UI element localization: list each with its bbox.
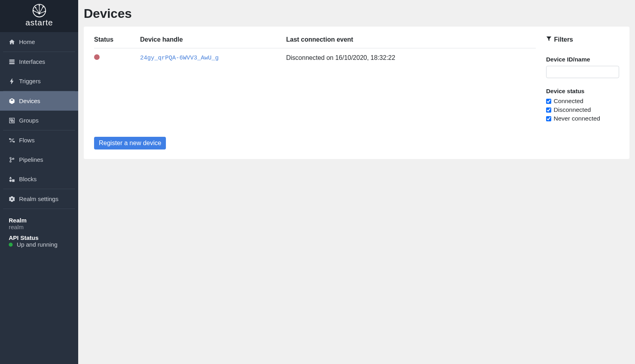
sidebar-item-groups[interactable]: Groups xyxy=(3,111,75,130)
filters-panel: Filters Device ID/name Device status Con… xyxy=(546,36,619,149)
sidebar-item-devices[interactable]: Devices xyxy=(0,91,78,111)
checkbox-connected[interactable] xyxy=(546,99,551,104)
checkbox-never-connected[interactable] xyxy=(546,116,551,121)
device-id-input[interactable] xyxy=(546,66,619,78)
col-status: Status xyxy=(94,36,140,48)
device-handle-link[interactable]: 24gy_qrPQA-6WVV3_AwU_g xyxy=(140,55,219,61)
svg-point-25 xyxy=(10,179,12,181)
status-dot-icon xyxy=(9,243,13,247)
svg-point-11 xyxy=(38,5,40,6)
sidebar-item-blocks[interactable]: Blocks xyxy=(3,169,75,189)
last-event-cell: Disconnected on 16/10/2020, 18:32:22 xyxy=(286,48,536,66)
svg-point-5 xyxy=(42,6,43,7)
register-device-button[interactable]: Register a new device xyxy=(94,137,166,149)
table-row: 24gy_qrPQA-6WVV3_AwU_g Disconnected on 1… xyxy=(94,48,536,66)
sidebar-item-label: Pipelines xyxy=(19,156,43,163)
svg-rect-13 xyxy=(10,59,14,60)
filter-device-id-label: Device ID/name xyxy=(546,56,619,63)
flow-icon xyxy=(9,137,15,144)
gear-icon xyxy=(9,196,15,202)
sidebar-item-label: Realm settings xyxy=(19,195,58,202)
shapes-icon xyxy=(9,176,15,182)
sidebar-item-label: Devices xyxy=(19,98,40,104)
home-icon xyxy=(9,39,15,45)
filter-device-status-label: Device status xyxy=(546,88,619,94)
sidebar-item-label: Home xyxy=(19,38,35,45)
sidebar-item-label: Flows xyxy=(19,137,35,144)
svg-point-7 xyxy=(44,11,46,12)
sidebar-item-interfaces[interactable]: Interfaces xyxy=(3,52,75,71)
sidebar-item-realm-settings[interactable]: Realm settings xyxy=(3,189,75,209)
svg-rect-24 xyxy=(12,179,14,181)
svg-point-20 xyxy=(13,141,15,142)
page-title: Devices xyxy=(84,6,629,21)
sidebar-footer: Realm realm API Status Up and running xyxy=(3,209,75,252)
sidebar-item-label: Groups xyxy=(19,117,38,124)
svg-text:astarte: astarte xyxy=(25,18,53,27)
sidebar-item-pipelines[interactable]: Pipelines xyxy=(3,150,75,169)
branch-icon xyxy=(9,157,15,163)
cube-icon xyxy=(9,98,15,104)
svg-point-9 xyxy=(33,10,34,11)
filter-option-label: Disconnected xyxy=(554,106,591,113)
realm-label: Realm xyxy=(9,217,69,224)
api-status-label: API Status xyxy=(9,234,69,241)
list-icon xyxy=(9,59,15,65)
realm-value: realm xyxy=(9,224,69,230)
col-handle: Device handle xyxy=(140,36,286,48)
filter-option-label: Never connected xyxy=(554,115,600,122)
main-content: Devices Status Device handle Last connec… xyxy=(78,0,635,364)
svg-rect-16 xyxy=(10,118,14,123)
sidebar-item-triggers[interactable]: Triggers xyxy=(3,71,75,91)
svg-rect-14 xyxy=(10,61,14,62)
filters-heading-label: Filters xyxy=(554,36,573,43)
filter-option-label: Connected xyxy=(554,98,583,105)
svg-point-21 xyxy=(10,157,12,159)
filter-disconnected[interactable]: Disconnected xyxy=(546,106,619,113)
svg-point-22 xyxy=(10,161,12,162)
bolt-icon xyxy=(9,78,15,84)
devices-table: Status Device handle Last connection eve… xyxy=(94,36,536,65)
sidebar: astarte Home Interfaces Triggers xyxy=(0,0,78,364)
sidebar-item-label: Interfaces xyxy=(19,58,45,65)
object-group-icon xyxy=(9,117,15,124)
brand-logo: astarte xyxy=(0,0,78,32)
devices-card: Status Device handle Last connection eve… xyxy=(84,27,629,159)
svg-rect-15 xyxy=(10,63,14,64)
sidebar-item-flows[interactable]: Flows xyxy=(3,130,75,150)
api-status-value: Up and running xyxy=(17,241,58,248)
sidebar-item-label: Triggers xyxy=(19,78,40,84)
sidebar-item-home[interactable]: Home xyxy=(3,32,75,52)
filter-never-connected[interactable]: Never connected xyxy=(546,115,619,122)
filter-connected[interactable]: Connected xyxy=(546,98,619,105)
svg-point-3 xyxy=(35,7,36,8)
sidebar-item-label: Blocks xyxy=(19,176,37,182)
status-disconnected-icon xyxy=(94,54,100,60)
svg-point-19 xyxy=(9,138,10,140)
astarte-logo-icon: astarte xyxy=(10,3,69,29)
checkbox-disconnected[interactable] xyxy=(546,107,551,113)
filter-icon xyxy=(546,36,552,43)
col-last-event: Last connection event xyxy=(286,36,536,48)
